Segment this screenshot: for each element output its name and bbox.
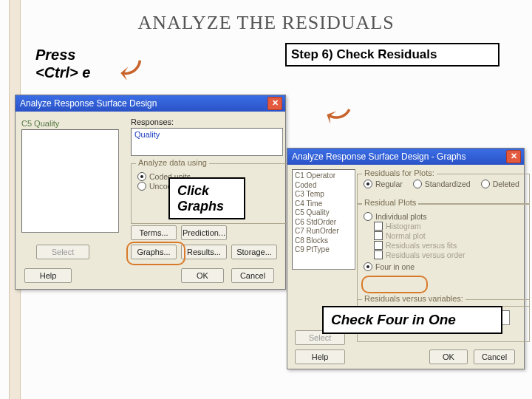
ok-button[interactable]: OK — [429, 349, 468, 364]
list-item: C8 Blocks — [295, 236, 352, 246]
list-item: C3 Temp — [295, 190, 352, 200]
list-item: C5 Quality — [295, 208, 352, 218]
dialog-titlebar: Analyze Response Surface Design - Graphs… — [287, 149, 524, 165]
dialog-title: Analyze Response Surface Design - Graphs — [292, 151, 466, 162]
responses-value: Quality — [134, 130, 160, 139]
dialog-titlebar: Analyze Response Surface Design ✕ — [16, 95, 285, 112]
variable-list[interactable] — [21, 129, 119, 233]
callout-click-graphs: Click Graphs — [168, 177, 245, 219]
group-legend: Residuals for Plots: — [362, 168, 437, 177]
prediction-button[interactable]: Prediction... — [181, 225, 227, 240]
close-icon[interactable]: ✕ — [267, 97, 282, 110]
analyze-rsd-graphs-dialog: Analyze Response Surface Design - Graphs… — [287, 148, 525, 369]
list-item: C4 Time — [295, 200, 352, 209]
close-icon[interactable]: ✕ — [506, 150, 521, 163]
column-c5-label: C5 Quality — [21, 119, 59, 128]
responses-label: Responses: — [131, 117, 174, 126]
storage-button[interactable]: Storage... — [231, 245, 277, 259]
curved-arrow-icon: ⤸ — [109, 47, 155, 92]
check-resid-vs-fits[interactable]: Residuals versus fits — [374, 241, 523, 250]
list-item: C6 StdOrder — [295, 218, 352, 228]
press-ctrl-label: Press<Ctrl> e — [35, 46, 90, 81]
radio-standardized[interactable]: Standardized — [413, 180, 471, 188]
curved-arrow-icon: ⤸ — [316, 95, 361, 134]
group-legend: Analyze data using — [136, 158, 209, 167]
radio-regular[interactable]: Regular — [364, 180, 403, 188]
ok-button[interactable]: OK — [181, 268, 224, 283]
radio-deleted[interactable]: Deleted — [481, 180, 519, 188]
check-histogram[interactable]: Histogram — [374, 222, 523, 231]
terms-button[interactable]: Terms... — [131, 225, 177, 240]
responses-input[interactable]: Quality — [131, 128, 283, 156]
radio-four-in-one[interactable]: Four in one — [364, 262, 523, 271]
cancel-button[interactable]: Cancel — [474, 349, 515, 364]
help-button[interactable]: Help — [295, 349, 345, 364]
help-button[interactable]: Help — [24, 268, 72, 283]
residual-plots-group: Residual Plots Individual plots Histogra… — [357, 203, 530, 307]
check-normal-plot[interactable]: Normal plot — [374, 231, 523, 240]
list-item: C7 RunOrder — [295, 227, 352, 236]
list-item: C1 Operator Coded — [295, 171, 352, 190]
group-legend: Residuals versus variables: — [362, 294, 466, 303]
list-item: C9 PtType — [295, 245, 352, 255]
dialog-title: Analyze Response Surface Design — [20, 98, 157, 109]
radio-individual-plots[interactable]: Individual plots — [364, 212, 523, 221]
check-resid-vs-order[interactable]: Residuals versus order — [374, 250, 523, 259]
results-button[interactable]: Results... — [181, 245, 227, 259]
cancel-button[interactable]: Cancel — [231, 268, 274, 283]
group-legend: Residual Plots — [362, 198, 418, 207]
graphs-button[interactable]: Graphs... — [131, 245, 177, 259]
callout-four-in-one: Check Four in One — [322, 306, 502, 334]
column-list[interactable]: C1 Operator Coded C3 Temp C4 Time C5 Qua… — [292, 169, 355, 270]
slide-title: ANALYZE THE RESIDUALS — [0, 12, 532, 34]
step-heading: Step 6) Check Residuals — [285, 43, 499, 66]
press-line1: Press<Ctrl> e — [35, 47, 90, 81]
select-button: Select — [36, 245, 89, 259]
